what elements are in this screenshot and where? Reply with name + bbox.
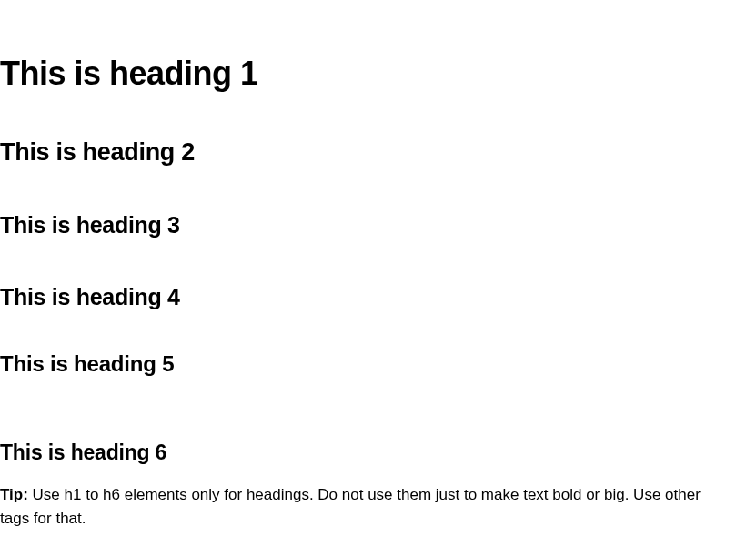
- heading-1: This is heading 1: [0, 55, 756, 93]
- tip-text: Use h1 to h6 elements only for headings.…: [0, 486, 701, 527]
- heading-6: This is heading 6: [0, 441, 756, 465]
- heading-2: This is heading 2: [0, 138, 756, 167]
- heading-4: This is heading 4: [0, 284, 756, 310]
- tip-paragraph: Tip: Use h1 to h6 elements only for head…: [0, 483, 728, 530]
- heading-3: This is heading 3: [0, 212, 756, 238]
- heading-5: This is heading 5: [0, 351, 756, 377]
- tip-label: Tip:: [0, 486, 28, 503]
